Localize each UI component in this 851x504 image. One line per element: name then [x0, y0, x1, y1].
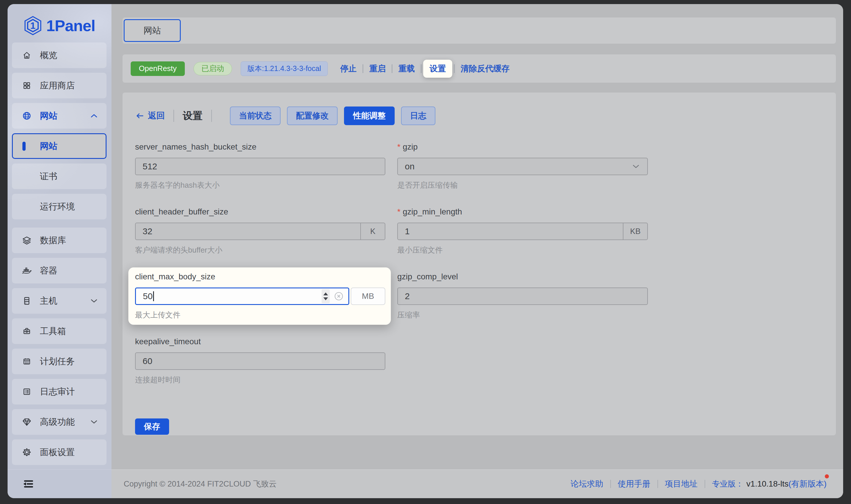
- tab-log[interactable]: 日志: [401, 107, 435, 125]
- field-gzip-comp-level: gzip_comp_level 2 压缩率: [397, 272, 648, 319]
- footer-links: 论坛求助 使用手册 项目地址 专业版： v1.10.18-lts (有新版本): [564, 479, 827, 489]
- sidebar-item-database[interactable]: 数据库: [12, 228, 107, 253]
- sidebar-item-label: 工具箱: [40, 325, 66, 337]
- field-gzip-min-length: gzip_min_length 1 KB 最小压缩文件: [397, 207, 648, 254]
- sidebar-item-overview[interactable]: 概览: [12, 42, 107, 68]
- clear-input-icon[interactable]: [334, 291, 344, 301]
- restart-action[interactable]: 重启: [363, 63, 392, 74]
- sidebar-item-label: 日志审计: [40, 386, 75, 398]
- field-helper: 连接超时时间: [135, 376, 385, 384]
- client-max-body-size-group: 50: [135, 288, 385, 305]
- app-window: 1 1Panel 概览: [7, 4, 843, 498]
- reload-action[interactable]: 重载: [392, 63, 421, 74]
- field-label: keepalive_timeout: [135, 337, 385, 346]
- stop-action[interactable]: 停止: [334, 63, 363, 74]
- tab-performance[interactable]: 性能调整: [344, 107, 395, 125]
- sidebar-item-logs[interactable]: 日志审计: [12, 379, 107, 404]
- sidebar-item-runtime[interactable]: 运行环境: [12, 194, 107, 219]
- desktop-frame: 1 1Panel 概览: [0, 0, 851, 504]
- logo-text: 1Panel: [46, 17, 95, 35]
- sidebar-item-label: 应用商店: [40, 80, 75, 92]
- input-value: 50: [143, 291, 152, 301]
- settings-header: 返回 设置 当前状态 配置修改 性能调整 日志: [135, 106, 836, 125]
- field-keepalive-timeout: keepalive_timeout 60 连接超时时间: [135, 337, 385, 384]
- number-stepper[interactable]: [322, 289, 330, 303]
- sidebar-item-label: 概览: [40, 50, 57, 61]
- copyright-text: Copyright © 2014-2024 FIT2CLOUD 飞致云: [124, 479, 277, 489]
- keepalive-timeout-input[interactable]: 60: [135, 353, 385, 370]
- version-tag: 版本:1.21.4.3-3-3-focal: [241, 61, 328, 76]
- user-manual-link[interactable]: 使用手册: [611, 479, 657, 489]
- sidebar-item-containers[interactable]: 容器: [12, 258, 107, 284]
- sidebar-item-app-store[interactable]: 应用商店: [12, 73, 107, 98]
- gzip-select[interactable]: on: [397, 158, 648, 175]
- logo-hexagon-icon: 1: [24, 16, 42, 36]
- sidebar-menu: 概览 应用商店: [12, 42, 107, 465]
- clear-proxy-cache-action[interactable]: 清除反代缓存: [455, 63, 516, 74]
- openresty-app-button[interactable]: OpenResty: [131, 61, 185, 76]
- sidebar-item-website-parent[interactable]: 网站: [12, 103, 107, 129]
- running-status-badge: 已启动: [194, 62, 232, 75]
- field-label: gzip_min_length: [397, 207, 648, 216]
- back-button[interactable]: 返回: [135, 110, 165, 122]
- pro-edition-label: 专业版：: [712, 479, 744, 489]
- step-down-icon: [323, 298, 328, 300]
- host-server-icon: [22, 296, 32, 306]
- calendar-icon: [22, 357, 32, 366]
- chevron-up-icon: [90, 113, 98, 118]
- server-names-hash-bucket-size-input[interactable]: 512: [135, 158, 385, 175]
- sidebar-item-label: 证书: [40, 170, 57, 182]
- sidebar-item-website[interactable]: 网站: [12, 133, 107, 159]
- field-client-header-buffer-size: client_header_buffer_size 32 K 客户端请求的头bu…: [135, 207, 385, 254]
- field-gzip: gzip on 是否开启压缩传输: [397, 142, 648, 189]
- sidebar-item-certificates[interactable]: 证书: [12, 164, 107, 189]
- version-text: v1.10.18-lts: [746, 479, 789, 489]
- footer: Copyright © 2014-2024 FIT2CLOUD 飞致云 论坛求助…: [111, 469, 843, 498]
- sidebar-item-cronjobs[interactable]: 计划任务: [12, 348, 107, 374]
- tab-config-edit[interactable]: 配置修改: [287, 107, 338, 125]
- settings-title: 设置: [183, 109, 203, 123]
- active-indicator-icon: [22, 142, 25, 151]
- client-header-buffer-size-input[interactable]: 32 K: [135, 222, 385, 240]
- log-list-icon: [22, 387, 32, 396]
- text-caret: [153, 291, 154, 301]
- tab-current-status[interactable]: 当前状态: [230, 107, 280, 125]
- sidebar-item-toolbox[interactable]: 工具箱: [12, 318, 107, 344]
- new-version-link[interactable]: (有新版本): [789, 479, 827, 489]
- unit-suffix: MB: [351, 288, 385, 305]
- sidebar-item-label: 容器: [40, 265, 57, 277]
- step-up-icon: [323, 292, 328, 295]
- field-helper: 服务器名字的hash表大小: [135, 181, 385, 189]
- sidebar-item-panel-settings[interactable]: 面板设置: [12, 439, 107, 465]
- input-value: 512: [143, 162, 157, 172]
- gzip-comp-level-input[interactable]: 2: [397, 288, 648, 305]
- field-label: gzip_comp_level: [397, 272, 648, 282]
- sidebar-footer: [7, 469, 111, 498]
- app-status-bar: OpenResty 已启动 版本:1.21.4.3-3-3-focal 停止 重…: [123, 54, 836, 83]
- gzip-min-length-input[interactable]: 1 KB: [397, 222, 648, 240]
- app-actions: 停止 重启 重载 设置 清除反代缓存: [334, 60, 516, 78]
- svg-text:1: 1: [30, 20, 36, 31]
- forum-help-link[interactable]: 论坛求助: [564, 479, 610, 489]
- sidebar-item-label: 网站: [40, 110, 57, 122]
- page-tabs-bar: 网站: [123, 17, 836, 44]
- select-value: on: [405, 162, 414, 172]
- sidebar-item-label: 运行环境: [40, 201, 75, 213]
- back-arrow-icon: [135, 112, 144, 120]
- chevron-down-icon: [632, 164, 640, 169]
- settings-action[interactable]: 设置: [423, 60, 452, 78]
- sidebar-item-advanced[interactable]: 高级功能: [12, 409, 107, 435]
- sidebar-item-label: 高级功能: [40, 416, 75, 428]
- client-max-body-size-input[interactable]: 50: [135, 288, 349, 305]
- tab-website[interactable]: 网站: [124, 19, 181, 42]
- sidebar-item-label: 主机: [40, 295, 57, 307]
- globe-icon: [22, 111, 32, 121]
- collapse-sidebar-button[interactable]: [22, 478, 35, 490]
- project-address-link[interactable]: 项目地址: [658, 479, 705, 489]
- logo: 1 1Panel: [7, 15, 111, 37]
- sidebar-item-host[interactable]: 主机: [12, 288, 107, 314]
- field-label: gzip: [397, 142, 648, 151]
- database-icon: [22, 236, 32, 245]
- save-button[interactable]: 保存: [135, 418, 169, 435]
- settings-tabs: 当前状态 配置修改 性能调整 日志: [230, 107, 435, 125]
